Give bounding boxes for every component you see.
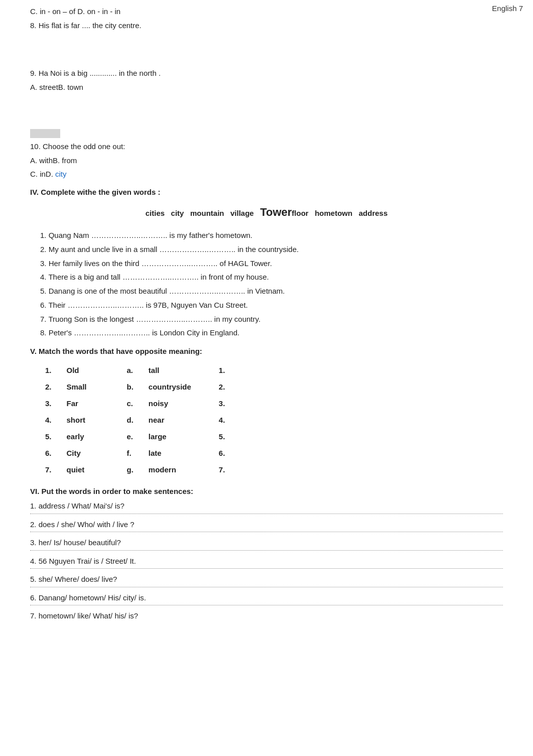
match-row-5: 5. early e. large 5. (45, 428, 240, 445)
match-num-5: 5. (45, 428, 67, 445)
word-bank: cities city mountain village Towerfloor … (30, 201, 503, 223)
fill-list: 1. Quang Nam ………………..……….. is my father'… (30, 228, 503, 340)
vi-item-7: 7. hometown/ like/ What/ his/ is? (30, 609, 503, 622)
match-row-1: 1. Old a. tall 1. (45, 362, 240, 379)
match-word-1: Old (67, 362, 127, 379)
match-num-7: 7. (45, 461, 67, 478)
vi-item-5: 5. she/ Where/ does/ live? (30, 573, 503, 587)
match-word-2: Small (67, 379, 127, 395)
match-row-3: 3. Far c. noisy 3. (45, 395, 240, 412)
section-6: VI. Put the words in order to make sente… (30, 485, 503, 622)
match-letter-5: e. (127, 428, 149, 445)
wb-cities: cities (146, 209, 165, 217)
match-answer-1: tall (149, 362, 219, 379)
highlight-box (30, 129, 60, 138)
match-ans-num-7: 7. (219, 461, 240, 478)
wb-city: city (171, 209, 184, 217)
wb-village: village (230, 209, 254, 217)
match-letter-7: g. (127, 461, 149, 478)
wb-mountain: mountain (190, 209, 224, 217)
question-8-options: C. in - on – of D. on - in - in 8. His f… (30, 5, 503, 32)
fill-item-5: 5. Danang is one of the most beautiful …… (40, 284, 503, 298)
fill-item-7: 7. Truong Son is the longest ………………..………… (40, 312, 503, 326)
question-10-section: 10. Choose the odd one out: A. withB. fr… (30, 129, 503, 181)
section-4: IV. Complete withe the given words : cit… (30, 186, 503, 340)
match-answer-3: noisy (149, 395, 219, 412)
match-num-2: 2. (45, 379, 67, 395)
wb-tower: Tower (260, 206, 292, 218)
q10-city: city (55, 170, 67, 178)
match-answer-2: countryside (149, 379, 219, 395)
dotted-line-6 (30, 605, 503, 605)
match-num-4: 4. (45, 412, 67, 428)
match-ans-num-5: 5. (219, 428, 240, 445)
match-row-6: 6. City f. late 6. (45, 445, 240, 461)
fill-item-2: 2. My aunt and uncle live in a small ………… (40, 242, 503, 257)
section4-heading: IV. Complete withe the given words : (30, 186, 503, 199)
dotted-line-1 (30, 514, 503, 514)
section-5: V. Match the words that have opposite me… (30, 345, 503, 478)
match-num-1: 1. (45, 362, 67, 379)
vi-list: 1. address / What/ Mai's/ is? 2. does / … (30, 499, 503, 622)
q8-text: 8. His flat is far .... the city centre. (30, 19, 503, 32)
match-answer-7: modern (149, 461, 219, 478)
fill-item-3: 3. Her family lives on the third ……………….… (40, 257, 503, 271)
q10-option-c: C. inD. city (30, 168, 503, 181)
vi-item-6: 6. Danang/ hometown/ His/ city/ is. (30, 591, 503, 606)
match-row-7: 7. quiet g. modern 7. (45, 461, 240, 478)
match-answer-5: large (149, 428, 219, 445)
q9-text: 9. Ha Noi is a big ............. in the … (30, 67, 503, 80)
match-word-4: short (67, 412, 127, 428)
match-num-3: 3. (45, 395, 67, 412)
match-ans-num-3: 3. (219, 395, 240, 412)
match-letter-6: f. (127, 445, 149, 461)
fill-item-1: 1. Quang Nam ………………..……….. is my father'… (40, 228, 503, 242)
q9-options: A. streetB. town (30, 81, 503, 94)
question-9: 9. Ha Noi is a big ............. in the … (30, 67, 503, 93)
fill-item-6: 6. Their ………………..……….. is 97B, Nguyen Va… (40, 298, 503, 312)
fill-item-8: 8. Peter's ………………..……….. is London City … (40, 326, 503, 340)
section6-heading: VI. Put the words in order to make sente… (30, 485, 503, 498)
vi-item-2: 2. does / she/ Who/ with / live ? (30, 518, 503, 533)
match-row-2: 2. Small b. countryside 2. (45, 379, 240, 395)
match-word-7: quiet (67, 461, 127, 478)
match-word-6: City (67, 445, 127, 461)
match-letter-1: a. (127, 362, 149, 379)
match-answer-6: late (149, 445, 219, 461)
q10-option-a: A. withB. from (30, 154, 503, 167)
match-num-6: 6. (45, 445, 67, 461)
dotted-line-3 (30, 550, 503, 551)
fill-item-4: 4. There is a big and tall ………………..………..… (40, 270, 503, 284)
wb-floor: floor (292, 209, 308, 217)
dotted-line-2 (30, 532, 503, 532)
q10-text: 10. Choose the odd one out: (30, 140, 503, 153)
match-letter-2: b. (127, 379, 149, 395)
match-word-5: early (67, 428, 127, 445)
wb-hometown: hometown (315, 209, 352, 217)
page-header: English 7 (492, 4, 523, 13)
match-word-3: Far (67, 395, 127, 412)
vi-item-1: 1. address / What/ Mai's/ is? (30, 499, 503, 514)
vi-item-4: 4. 56 Nguyen Trai/ is / Street/ It. (30, 555, 503, 569)
match-ans-num-1: 1. (219, 362, 240, 379)
match-letter-3: c. (127, 395, 149, 412)
q8-options-line: C. in - on – of D. on - in - in (30, 5, 503, 18)
vi-item-3: 3. her/ Is/ house/ beautiful? (30, 536, 503, 551)
dotted-line-4 (30, 568, 503, 569)
match-ans-num-2: 2. (219, 379, 240, 395)
wb-address: address (359, 209, 388, 217)
section5-heading: V. Match the words that have opposite me… (30, 345, 503, 358)
dotted-line-5 (30, 587, 503, 587)
match-ans-num-4: 4. (219, 412, 240, 428)
match-row-4: 4. short d. near 4. (45, 412, 240, 428)
match-ans-num-6: 6. (219, 445, 240, 461)
match-table: 1. Old a. tall 1. 2. Small b. countrysid… (45, 362, 240, 478)
match-answer-4: near (149, 412, 219, 428)
match-letter-4: d. (127, 412, 149, 428)
